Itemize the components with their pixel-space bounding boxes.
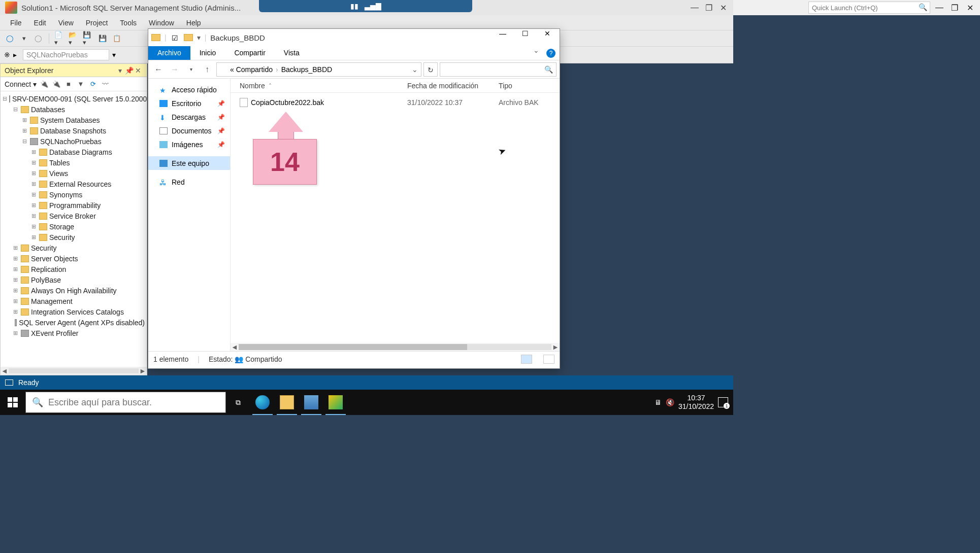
refresh-button[interactable]: ↻ <box>423 62 438 77</box>
help-icon[interactable]: ? <box>546 49 556 58</box>
script-icon[interactable]: 📋 <box>111 33 122 44</box>
ribbon-file-tab[interactable]: Archivo <box>148 46 190 60</box>
tree-node[interactable]: ⊞Security <box>1 243 147 253</box>
start-button[interactable] <box>0 390 25 415</box>
sidebar-item[interactable]: ⬇Descargas📌 <box>148 110 230 124</box>
pin-icon[interactable]: 📌 <box>124 66 134 75</box>
checkbox-icon[interactable]: ☑ <box>171 34 180 41</box>
tree-node[interactable]: ⊞Service Broker <box>1 211 147 221</box>
connect-icon[interactable]: 🔌 <box>40 80 49 89</box>
explorer-close-button[interactable]: ✕ <box>538 29 557 46</box>
explorer-maximize-button[interactable]: ☐ <box>516 29 534 46</box>
disconnect-icon[interactable]: 🔌 <box>52 80 61 89</box>
qat-dropdown-icon[interactable]: ▾ <box>197 33 201 42</box>
menu-view[interactable]: View <box>53 17 79 29</box>
address-dropdown-icon[interactable]: ⌄ <box>412 65 418 74</box>
oe-horizontal-scrollbar[interactable]: ◄ ► <box>1 367 147 375</box>
tree-node[interactable]: ⊞External Resources <box>1 179 147 189</box>
taskbar-app-ssms[interactable] <box>323 390 348 415</box>
nav-forward-icon[interactable]: ◯ <box>32 33 44 44</box>
menu-tools[interactable]: Tools <box>115 17 142 29</box>
column-name[interactable]: Nombre ˄ <box>240 82 407 90</box>
database-selector[interactable] <box>23 49 109 60</box>
tree-node[interactable]: ⊞Tables <box>1 157 147 168</box>
tree-node[interactable]: ⊞Management <box>1 296 147 306</box>
dropdown-icon[interactable]: ▾ <box>115 66 124 75</box>
vs-restore-button[interactable]: ❐ <box>949 3 961 13</box>
tree-node[interactable]: ⊞Database Snapshots <box>1 125 147 136</box>
object-explorer-tree[interactable]: ⊟ SRV-DEMO00-091 (SQL Server 15.0.2000 ⊟… <box>1 91 147 365</box>
taskbar-search[interactable]: 🔍 <box>25 392 226 413</box>
ribbon-share-tab[interactable]: Compartir <box>225 46 274 60</box>
sidebar-item[interactable]: ★Acceso rápido <box>148 83 230 96</box>
view-details-button[interactable] <box>521 355 532 364</box>
close-icon[interactable]: ✕ <box>134 66 143 75</box>
db-dropdown-icon[interactable]: ▾ <box>112 51 116 59</box>
vs-close-button[interactable]: ✕ <box>964 3 976 13</box>
breadcrumb-segment[interactable]: Backups_BBDD <box>281 65 332 74</box>
search-icon[interactable]: 🔍 <box>919 3 927 11</box>
tree-node[interactable]: ⊞Security <box>1 232 147 243</box>
explorer-title-bar[interactable]: | ☑ ▾ | Backups_BBDD — ☐ ✕ <box>148 29 560 46</box>
ribbon-view-tab[interactable]: Vista <box>275 46 309 60</box>
column-date[interactable]: Fecha de modificación <box>407 82 499 90</box>
refresh-icon[interactable]: ⟳ <box>88 80 97 89</box>
scroll-left-icon[interactable]: ◄ <box>1 367 9 375</box>
file-list-body[interactable]: CopiaOctubre2022.bak31/10/2022 10:37Arch… <box>231 93 560 112</box>
ribbon-expand-icon[interactable]: ⌄ <box>530 46 542 60</box>
minimize-button[interactable]: — <box>689 3 701 13</box>
scroll-track[interactable] <box>9 368 139 373</box>
tray-volume-icon[interactable]: 🔇 <box>666 398 674 406</box>
menu-file[interactable]: File <box>5 17 27 29</box>
tray-clock[interactable]: 10:37 31/10/2022 <box>678 394 714 411</box>
tree-server-node[interactable]: ⊟ SRV-DEMO00-091 (SQL Server 15.0.2000 <box>1 93 147 104</box>
tree-node[interactable]: ⊞PolyBase <box>1 274 147 285</box>
tree-node[interactable]: ⊞Synonyms <box>1 189 147 200</box>
tree-node[interactable]: ⊞Database Diagrams <box>1 147 147 157</box>
tree-node[interactable]: ⊟Databases <box>1 104 147 115</box>
menu-window[interactable]: Window <box>144 17 179 29</box>
tree-node[interactable]: ⊞XEvent Profiler <box>1 328 147 338</box>
maximize-button[interactable]: ❐ <box>703 3 715 13</box>
breadcrumb-segment[interactable]: « Compartido <box>230 65 273 74</box>
task-view-button[interactable]: ⧉ <box>226 390 250 415</box>
file-row[interactable]: CopiaOctubre2022.bak31/10/2022 10:37Arch… <box>231 96 560 109</box>
sidebar-item[interactable]: Este equipo <box>148 156 230 170</box>
scroll-thumb[interactable] <box>239 344 467 350</box>
scroll-right-icon[interactable]: ► <box>551 343 560 351</box>
explorer-minimize-button[interactable]: — <box>494 29 512 46</box>
open-icon[interactable]: 📂▾ <box>69 33 80 44</box>
nav-history-icon[interactable]: ▾ <box>184 62 198 77</box>
sidebar-item[interactable]: Imágenes📌 <box>148 137 230 151</box>
filter-icon[interactable]: ▼ <box>76 80 85 89</box>
stop-icon[interactable]: ■ <box>64 80 73 89</box>
tree-node[interactable]: ⊟SQLNachoPruebas <box>1 136 147 147</box>
tool-icon-1[interactable]: ※ <box>4 51 10 59</box>
activity-icon[interactable]: 〰 <box>101 80 110 89</box>
tree-node[interactable]: ⊞Always On High Availability <box>1 285 147 296</box>
sidebar-item[interactable]: 🖧Red <box>148 175 230 189</box>
explorer-search-box[interactable]: 🔍 <box>440 62 557 77</box>
view-large-button[interactable] <box>543 355 554 364</box>
dropdown-icon[interactable]: ▾ <box>18 33 29 44</box>
tree-node[interactable]: SQL Server Agent (Agent XPs disabled) <box>1 317 147 328</box>
taskbar-app-edge[interactable] <box>250 390 275 415</box>
tree-node[interactable]: ⊞Storage <box>1 221 147 232</box>
sidebar-item[interactable]: Escritorio📌 <box>148 96 230 110</box>
nav-forward-button[interactable]: → <box>168 62 182 77</box>
tray-network-icon[interactable]: 🖥 <box>655 398 662 406</box>
taskbar-search-input[interactable] <box>48 397 219 408</box>
tree-node[interactable]: ⊞Integration Services Catalogs <box>1 306 147 317</box>
ribbon-home-tab[interactable]: Inicio <box>190 46 225 60</box>
taskbar-app-server-manager[interactable] <box>299 390 323 415</box>
connect-button[interactable]: Connect ▾ <box>5 80 37 88</box>
new-query-icon[interactable]: 📄▾ <box>54 33 66 44</box>
menu-edit[interactable]: Edit <box>29 17 51 29</box>
address-bar[interactable]: « Compartido › Backups_BBDD ⌄ <box>216 62 421 77</box>
tree-node[interactable]: ⊞System Databases <box>1 115 147 125</box>
taskbar-app-explorer[interactable] <box>275 390 299 415</box>
sidebar-item[interactable]: Documentos📌 <box>148 124 230 137</box>
vs-minimize-button[interactable]: — <box>933 3 945 12</box>
menu-project[interactable]: Project <box>81 17 113 29</box>
nav-up-button[interactable]: ↑ <box>200 62 214 77</box>
